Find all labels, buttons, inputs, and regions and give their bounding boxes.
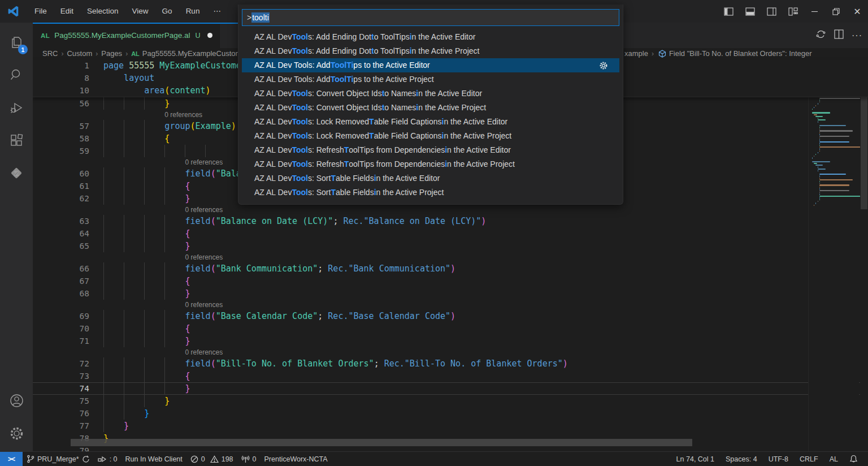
code-text: field("Base Calendar Code"; Rec."Base Ca… <box>185 310 455 322</box>
close-button[interactable]: ✕ <box>847 0 868 23</box>
command-item[interactable]: AZ AL Dev Tools: Sort Table Fields in th… <box>242 185 619 200</box>
menu-⋯[interactable]: ⋯ <box>206 4 228 19</box>
code-line[interactable]: 75} <box>33 395 868 407</box>
configure-command-gear-icon[interactable] <box>599 61 608 70</box>
environment-status[interactable]: PrenticeWorx-NCTA <box>261 452 332 466</box>
code-text: } <box>144 407 149 420</box>
git-branch-status[interactable]: PRU_Merge* <box>23 452 94 466</box>
breadcrumb-right: xample › Field "Bill-To No. of Blanket O… <box>624 48 812 59</box>
indent-guides <box>103 275 185 287</box>
line-number: 77 <box>33 420 89 432</box>
toggle-sidebar-icon[interactable] <box>718 0 739 23</box>
cursor-position-status[interactable]: Ln 74, Col 1 <box>671 452 720 466</box>
code-line[interactable]: 70{ <box>33 322 868 335</box>
remote-indicator[interactable]: >< <box>0 452 23 466</box>
code-line[interactable]: 72field("Bill-To No. of Blanket Orders";… <box>33 357 868 370</box>
code-line[interactable]: 63field("Balance on Date (LCY)"; Rec."Ba… <box>33 215 868 227</box>
breadcrumb-item[interactable]: SRC <box>42 49 58 58</box>
search-icon[interactable] <box>0 60 33 89</box>
problems-status[interactable]: 0 198 <box>186 452 237 466</box>
line-number: 66 <box>33 262 89 275</box>
run-debug-icon[interactable] <box>0 93 33 122</box>
code-line[interactable]: 68} <box>33 287 868 300</box>
menu-selection[interactable]: Selection <box>80 4 125 19</box>
command-item[interactable]: AZ AL Dev Tools: Refresh ToolTips from D… <box>242 143 619 157</box>
chevron-right-icon: › <box>122 50 131 58</box>
breadcrumb-symbol[interactable]: Field "Bill-To No. of Blanket Orders": I… <box>669 48 812 59</box>
command-item[interactable]: AZ AL Dev Tools: Add ToolTips to the Act… <box>242 72 619 87</box>
toggle-panel-icon[interactable] <box>739 0 761 23</box>
indent-guides <box>103 262 185 275</box>
account-icon[interactable] <box>0 386 33 415</box>
line-number: 64 <box>33 227 89 240</box>
code-line[interactable]: 64{ <box>33 227 868 240</box>
minimap-line <box>819 148 820 149</box>
codelens-references[interactable]: 0 references <box>33 347 868 357</box>
minimap-line <box>819 146 861 148</box>
code-line[interactable]: 71} <box>33 335 868 347</box>
breadcrumb-item[interactable]: Custom <box>67 49 92 58</box>
settings-gear-icon[interactable] <box>0 418 33 448</box>
code-line[interactable]: 69field("Base Calendar Code"; Rec."Base … <box>33 310 868 322</box>
ports-status[interactable]: 0 <box>237 452 261 466</box>
command-item[interactable]: AZ AL Dev Tools: Lock Removed Table Fiel… <box>242 115 619 129</box>
code-line[interactable]: 66field("Bank Communication"; Rec."Bank … <box>33 262 868 275</box>
codelens-references[interactable]: 0 references <box>33 300 868 310</box>
indent-guides <box>103 357 185 370</box>
tab-active[interactable]: AL Pag55555.MyExampleCustomerPage.al U <box>33 23 220 48</box>
command-input[interactable]: >toolti <box>242 9 619 26</box>
command-item[interactable]: AZ AL Dev Tools: Convert Object Ids to N… <box>242 101 619 115</box>
az-al-dev-tools-icon[interactable]: Z <box>0 158 33 188</box>
remote-icon: >< <box>8 455 15 463</box>
breadcrumb-item[interactable]: xample <box>624 48 648 59</box>
restore-button[interactable] <box>825 0 847 23</box>
menu-edit[interactable]: Edit <box>54 4 80 19</box>
horizontal-scrollbar[interactable] <box>71 439 692 446</box>
minimize-button[interactable] <box>804 0 825 23</box>
notifications-bell-icon[interactable] <box>844 452 863 466</box>
line-number: 57 <box>33 120 89 132</box>
command-query-selection: toolti <box>251 12 270 23</box>
command-item[interactable]: AZ AL Dev Tools: Refresh ToolTips from D… <box>242 157 619 171</box>
toggle-secondary-sidebar-icon[interactable] <box>761 0 782 23</box>
open-changes-icon[interactable] <box>815 29 826 42</box>
customize-layout-icon[interactable] <box>782 0 804 23</box>
explorer-icon[interactable]: 1 <box>0 27 33 57</box>
codelens-references[interactable]: 0 references <box>33 205 868 215</box>
breadcrumb-item[interactable]: Pages <box>101 49 122 58</box>
menu-file[interactable]: File <box>28 4 54 19</box>
split-editor-icon[interactable] <box>834 29 844 41</box>
debug-status[interactable]: : 0 <box>94 452 121 466</box>
command-item[interactable]: AZ AL Dev Tools: Add Ending Dot to ToolT… <box>242 30 619 44</box>
code-line[interactable]: 76} <box>33 407 868 420</box>
warning-icon <box>210 455 219 463</box>
encoding-status[interactable]: UTF-8 <box>763 452 794 466</box>
command-item[interactable]: AZ AL Dev Tools: Convert Object Ids to N… <box>242 87 619 101</box>
eol-status[interactable]: CRLF <box>794 452 824 466</box>
code-line[interactable]: 77} <box>33 420 868 432</box>
indent-guides <box>103 180 185 192</box>
code-line[interactable]: 65} <box>33 240 868 252</box>
minimap-line <box>819 197 820 199</box>
menu-go[interactable]: Go <box>155 4 179 19</box>
more-actions-icon[interactable]: ··· <box>852 31 862 41</box>
run-in-web-client-button[interactable]: Run In Web Client <box>121 452 186 466</box>
menu-view[interactable]: View <box>125 4 155 19</box>
code-line[interactable]: 67{ <box>33 275 868 287</box>
menu-run[interactable]: Run <box>179 4 207 19</box>
code-line[interactable]: 73{ <box>33 370 868 382</box>
language-mode-status[interactable]: AL <box>824 452 844 466</box>
extensions-icon[interactable] <box>0 126 33 155</box>
minimap[interactable] <box>808 59 859 451</box>
codelens-references[interactable]: 0 references <box>33 252 868 262</box>
command-item[interactable]: AZ AL Dev Tools: Add ToolTips to the Act… <box>242 58 619 72</box>
minimap-line <box>819 193 820 195</box>
code-line[interactable]: 74} <box>33 382 868 395</box>
indentation-status[interactable]: Spaces: 4 <box>720 452 763 466</box>
breadcrumb-item[interactable]: Pag55555.MyExampleCustomerPage.al <box>142 49 241 58</box>
command-item[interactable]: AZ AL Dev Tools: Add Ending Dot to ToolT… <box>242 44 619 58</box>
unsaved-dot-icon[interactable] <box>207 33 212 38</box>
command-item[interactable]: AZ AL Dev Tools: Sort Table Fields in th… <box>242 171 619 185</box>
command-item[interactable]: AZ AL Dev Tools: Lock Removed Table Fiel… <box>242 129 619 143</box>
vertical-scrollbar[interactable] <box>860 59 868 451</box>
